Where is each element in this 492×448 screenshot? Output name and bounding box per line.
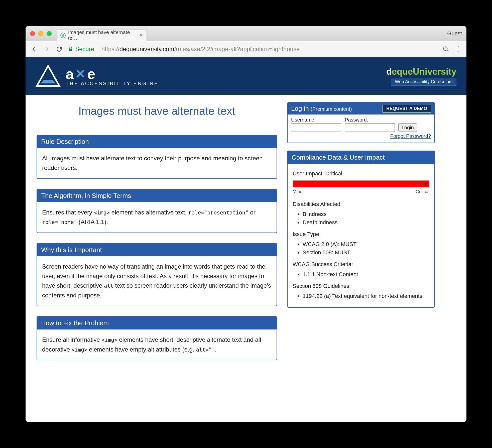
user-impact-value: Critical <box>325 170 342 177</box>
axe-triangle-icon <box>36 65 61 87</box>
section508-list: 1194.22 (a) Text equivalent for non-text… <box>303 292 429 300</box>
disabilities-list: Blindness Deafblindness <box>303 210 429 227</box>
list-item: WCAG 2.0 (A): MUST <box>303 240 429 248</box>
sidebar-column: Log in (Premium content) REQUEST A DEMO … <box>287 102 435 414</box>
rule-description-panel: Rule Description All images must have al… <box>37 135 277 179</box>
close-window-button[interactable] <box>30 31 35 36</box>
forward-button[interactable] <box>43 46 50 53</box>
compliance-heading: Compliance Data & User Impact <box>288 151 434 164</box>
how-to-fix-body: Ensure all informative <img> elements ha… <box>37 329 277 360</box>
password-label: Password: <box>345 117 395 123</box>
algorithm-panel: The Algorithm, in Simple Terms Ensures t… <box>37 189 277 233</box>
user-impact-label: User Impact: Critical <box>293 169 429 178</box>
main-column: Images must have alternate text Rule Des… <box>37 102 277 414</box>
browser-toolbar: Secure https://dequeuniversity.com/rules… <box>26 41 466 57</box>
forgot-password-link[interactable]: Forgot Password? <box>390 133 431 139</box>
impact-meter-max: Critical <box>416 188 429 195</box>
issue-type-list: WCAG 2.0 (A): MUST Section 508: MUST <box>303 240 429 257</box>
list-item: Blindness <box>303 210 429 218</box>
impact-meter-min: Minor <box>293 188 304 195</box>
tab-title: Images must have alternate te… <box>68 30 135 41</box>
username-input[interactable] <box>291 123 341 132</box>
axe-wordmark: a✕e <box>66 65 159 82</box>
section508-label: Section 508 Guidelines: <box>293 282 429 290</box>
username-label: Username: <box>291 117 341 123</box>
login-button[interactable]: Login <box>398 123 417 132</box>
secure-indicator: Secure <box>68 46 94 53</box>
browser-tab[interactable]: d Images must have alternate te… ✕ <box>57 30 147 41</box>
rule-description-heading: Rule Description <box>37 135 277 148</box>
page-content: a✕e THE ACCESSIBILITY ENGINE dequeUniver… <box>26 57 466 422</box>
impact-meter-marker-icon: ▼ <box>423 180 428 188</box>
reload-button[interactable] <box>56 46 63 53</box>
search-icon[interactable] <box>442 46 449 53</box>
back-button[interactable] <box>31 46 38 53</box>
login-panel: Log in (Premium content) REQUEST A DEMO … <box>287 102 435 143</box>
address-bar[interactable]: Secure https://dequeuniversity.com/rules… <box>68 44 437 54</box>
compliance-panel: Compliance Data & User Impact User Impac… <box>287 151 435 308</box>
titlebar: d Images must have alternate te… ✕ Guest <box>26 26 466 41</box>
maximize-window-button[interactable] <box>47 31 52 36</box>
list-item: 1.1.1 Non-text Content <box>303 270 429 278</box>
url-text: https://dequeuniversity.com/rules/axe/2.… <box>101 46 300 53</box>
tab-favicon: d <box>60 33 66 38</box>
deque-subtitle: Web Accessibility Curriculum <box>391 78 456 86</box>
browser-window: d Images must have alternate te… ✕ Guest… <box>26 26 466 422</box>
wcag-list: 1.1.1 Non-text Content <box>303 270 429 278</box>
profile-label[interactable]: Guest <box>447 30 462 37</box>
rule-description-body: All images must have alternate text to c… <box>37 148 277 178</box>
window-controls <box>30 31 52 36</box>
page-title: Images must have alternate text <box>37 105 277 117</box>
url-separator <box>98 46 98 53</box>
minimize-window-button[interactable] <box>38 31 43 36</box>
how-to-fix-panel: How to Fix the Problem Ensure all inform… <box>37 316 277 360</box>
deque-university-logo[interactable]: dequeUniversity Web Accessibility Curric… <box>386 66 456 86</box>
axe-tagline: THE ACCESSIBILITY ENGINE <box>66 81 159 86</box>
impact-meter: ▼ <box>293 180 429 187</box>
why-important-heading: Why this is Important <box>37 244 277 256</box>
request-demo-button[interactable]: REQUEST A DEMO <box>383 105 431 113</box>
disabilities-label: Disabilities Affected: <box>293 200 429 208</box>
secure-label: Secure <box>75 46 94 53</box>
lock-icon <box>68 46 73 52</box>
login-title: Log in (Premium content) <box>291 105 352 113</box>
algorithm-body: Ensures that every <img> element has alt… <box>37 202 277 233</box>
axe-logo[interactable]: a✕e THE ACCESSIBILITY ENGINE <box>36 65 159 87</box>
password-input[interactable] <box>345 123 395 132</box>
list-item: 1194.22 (a) Text equivalent for non-text… <box>303 292 429 300</box>
wcag-label: WCAG Success Criteria: <box>293 260 429 269</box>
site-header: a✕e THE ACCESSIBILITY ENGINE dequeUniver… <box>26 57 466 95</box>
list-item: Deafblindness <box>303 218 429 227</box>
browser-menu-button[interactable]: ⋮ <box>455 45 461 53</box>
svg-point-0 <box>443 47 447 50</box>
tab-close-icon[interactable]: ✕ <box>139 33 143 38</box>
why-important-body: Screen readers have no way of translatin… <box>37 256 277 306</box>
list-item: Section 508: MUST <box>303 248 429 257</box>
why-important-panel: Why this is Important Screen readers hav… <box>37 243 277 306</box>
algorithm-heading: The Algorithm, in Simple Terms <box>37 189 277 202</box>
issue-type-label: Issue Type: <box>293 230 429 239</box>
how-to-fix-heading: How to Fix the Problem <box>37 317 277 329</box>
